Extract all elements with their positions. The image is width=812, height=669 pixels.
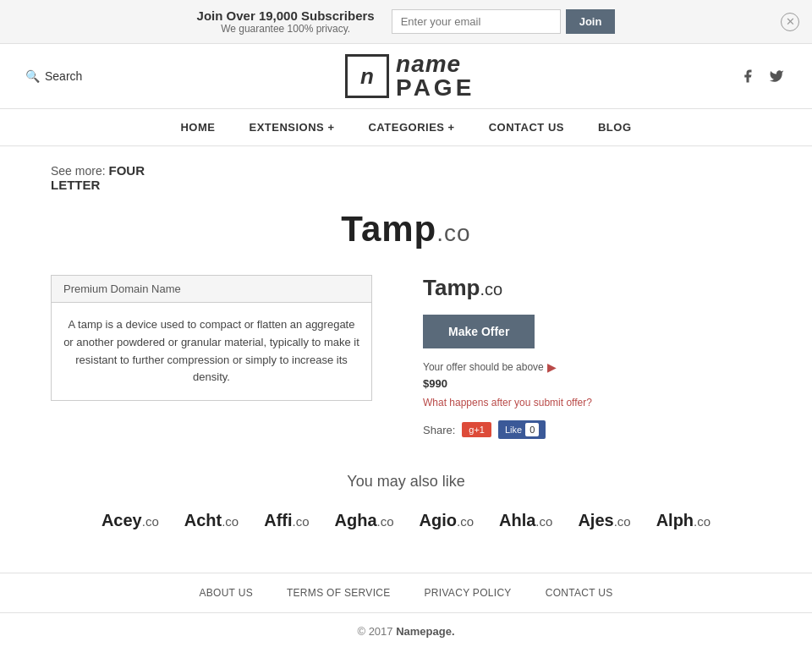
offer-domain-name: Tamp <box>423 275 480 300</box>
also-like-domain-item[interactable]: Alph.co <box>656 511 710 530</box>
email-input[interactable] <box>392 9 561 34</box>
also-like-domain-item[interactable]: Acht.co <box>184 511 239 530</box>
footer-terms[interactable]: TERMS OF SERVICE <box>287 587 391 599</box>
logo-letter: n <box>360 63 374 90</box>
share-label: Share: <box>423 424 455 436</box>
also-like-domain-item[interactable]: Acey.co <box>102 511 159 530</box>
nav-blog[interactable]: BLOG <box>598 121 632 134</box>
footer-privacy[interactable]: PRIVACY POLICY <box>425 587 512 599</box>
nav-home[interactable]: HOME <box>180 121 215 134</box>
header: 🔍 Search n name PAGE <box>0 44 812 109</box>
footer-copyright: © 2017 Namepage. <box>0 613 812 663</box>
nav-extensions[interactable]: EXTENSIONS + <box>249 121 334 134</box>
fb-count: 0 <box>525 423 539 436</box>
footer-contact[interactable]: CONTACT US <box>546 587 613 599</box>
close-banner-button[interactable]: ✕ <box>781 13 799 31</box>
banner-text: Join Over 19,000 Subscribers We guarante… <box>197 8 375 35</box>
offer-arrow-icon: ▶ <box>547 360 557 374</box>
social-links <box>738 66 787 86</box>
search-button[interactable]: 🔍 Search <box>25 69 82 83</box>
description-header: Premium Domain Name <box>52 276 371 303</box>
offer-tld: .co <box>480 280 502 299</box>
top-banner: Join Over 19,000 Subscribers We guarante… <box>0 0 812 44</box>
also-like-domain-item[interactable]: Agha.co <box>335 511 394 530</box>
nav-categories[interactable]: CATEGORIES + <box>368 121 454 134</box>
logo-box: n <box>345 54 389 98</box>
logo-name: name <box>396 52 475 76</box>
logo-text: name PAGE <box>396 52 475 100</box>
domain-main: Tamp <box>341 209 436 249</box>
domain-section: Premium Domain Name A tamp is a device u… <box>51 275 761 439</box>
nav-contact[interactable]: CONTACT US <box>489 121 564 134</box>
also-like-section: You may also like Acey.coAcht.coAffi.coA… <box>51 473 761 530</box>
join-button[interactable]: Join <box>566 9 616 34</box>
copyright-year: © 2017 <box>357 625 392 638</box>
banner-title: Join Over 19,000 Subscribers <box>197 8 375 23</box>
also-like-title: You may also like <box>51 473 761 491</box>
offer-price: $990 <box>423 377 660 390</box>
also-like-domain-item[interactable]: Ahla.co <box>499 511 552 530</box>
offer-domain-title: Tamp.co <box>423 275 660 301</box>
offer-info-label: Your offer should be above <box>423 361 544 373</box>
twitter-icon[interactable] <box>766 66 787 86</box>
domain-name-display: Tamp.co <box>341 209 470 249</box>
search-label: Search <box>45 69 82 83</box>
domain-title: Tamp.co <box>51 209 761 250</box>
banner-form: Join <box>392 9 616 34</box>
main-content: See more: FOURLETTER Tamp.co Premium Dom… <box>25 146 787 573</box>
see-more-section: See more: FOURLETTER <box>51 163 761 192</box>
see-more-prefix: See more: <box>51 164 106 178</box>
description-box: Premium Domain Name A tamp is a device u… <box>51 275 372 401</box>
description-body: A tamp is a device used to compact or fl… <box>52 303 371 400</box>
footer-about[interactable]: ABOUT US <box>199 587 253 599</box>
share-row: Share: g+1 Like 0 <box>423 420 660 439</box>
banner-subtitle: We guarantee 100% privacy. <box>197 23 375 35</box>
fb-like-label: Like <box>505 425 522 435</box>
domain-tld-display: .co <box>436 220 470 246</box>
offer-section: Tamp.co Make Offer Your offer should be … <box>423 275 660 439</box>
offer-faq-link[interactable]: What happens after you submit offer? <box>423 397 660 409</box>
offer-info-text: Your offer should be above ▶ <box>423 360 660 374</box>
facebook-icon[interactable] <box>738 66 758 86</box>
gplus-button[interactable]: g+1 <box>462 422 491 437</box>
site-logo[interactable]: n name PAGE <box>345 52 475 100</box>
copyright-link[interactable]: Namepage. <box>396 625 454 638</box>
also-like-domains: Acey.coAcht.coAffi.coAgha.coAgio.coAhla.… <box>51 511 761 530</box>
footer-links: ABOUT US TERMS OF SERVICE PRIVACY POLICY… <box>0 573 812 613</box>
logo-page: PAGE <box>396 76 475 100</box>
search-icon: 🔍 <box>25 69 40 83</box>
also-like-domain-item[interactable]: Agio.co <box>420 511 474 530</box>
facebook-like-button[interactable]: Like 0 <box>498 420 546 439</box>
also-like-domain-item[interactable]: Affi.co <box>264 511 309 530</box>
also-like-domain-item[interactable]: Ajes.co <box>578 511 630 530</box>
main-nav: HOME EXTENSIONS + CATEGORIES + CONTACT U… <box>0 109 812 146</box>
make-offer-button[interactable]: Make Offer <box>423 315 535 348</box>
